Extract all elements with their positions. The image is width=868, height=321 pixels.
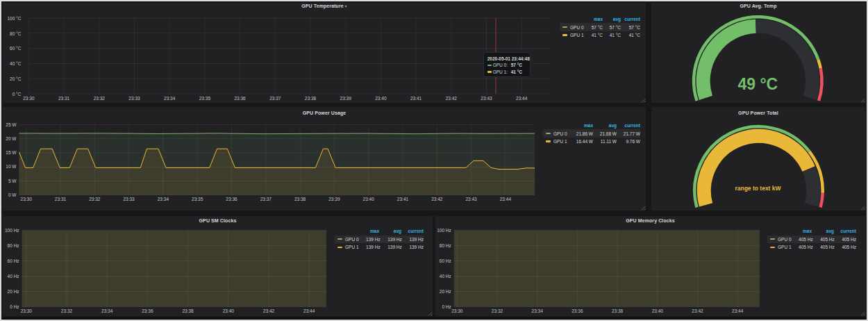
svg-text:23:32: 23:32 (61, 308, 73, 313)
svg-text:23:42: 23:42 (446, 96, 458, 101)
svg-text:40 °C: 40 °C (10, 61, 22, 66)
svg-text:100 Hz: 100 Hz (5, 227, 19, 232)
svg-text:0 °C: 0 °C (12, 92, 22, 97)
svg-text:49 °C: 49 °C (737, 75, 778, 93)
svg-text:23:42: 23:42 (692, 308, 703, 313)
svg-text:23:40: 23:40 (363, 197, 375, 201)
svg-text:23:39: 23:39 (340, 96, 352, 101)
svg-text:23:33: 23:33 (128, 96, 140, 101)
svg-text:20 W: 20 W (6, 135, 17, 140)
svg-text:23:37: 23:37 (260, 197, 272, 201)
svg-text:23:44: 23:44 (516, 96, 528, 101)
svg-text:40 Hz: 40 Hz (8, 273, 19, 278)
svg-text:23:38: 23:38 (612, 308, 624, 313)
svg-text:100 Hz: 100 Hz (437, 227, 451, 232)
svg-text:23:32: 23:32 (89, 197, 101, 201)
svg-text:23:40: 23:40 (223, 308, 235, 313)
svg-text:0 W: 0 W (8, 192, 17, 197)
svg-text:23:30: 23:30 (21, 197, 33, 201)
svg-text:23:38: 23:38 (305, 96, 317, 101)
svg-text:23:40: 23:40 (375, 96, 387, 101)
svg-text:23:36: 23:36 (226, 197, 237, 201)
svg-text:23:34: 23:34 (164, 96, 176, 101)
svg-text:23:34: 23:34 (532, 308, 544, 313)
svg-text:23:39: 23:39 (328, 197, 340, 201)
svg-text:20 °C: 20 °C (10, 76, 22, 81)
svg-text:80 Hz: 80 Hz (440, 242, 451, 247)
svg-text:23:34: 23:34 (158, 197, 169, 201)
svg-text:0 Hz: 0 Hz (442, 304, 451, 308)
svg-text:23:44: 23:44 (732, 308, 744, 313)
svg-text:5 W: 5 W (8, 178, 17, 183)
svg-text:23:41: 23:41 (410, 96, 422, 101)
svg-text:80 °C: 80 °C (10, 31, 22, 36)
svg-text:100 °C: 100 °C (7, 16, 21, 21)
svg-text:23:30: 23:30 (21, 308, 33, 313)
svg-text:23:32: 23:32 (94, 96, 106, 101)
svg-text:23:37: 23:37 (269, 96, 281, 101)
svg-text:23:34: 23:34 (101, 308, 113, 313)
svg-text:23:42: 23:42 (263, 308, 275, 313)
svg-text:60 Hz: 60 Hz (8, 258, 19, 263)
svg-text:20 Hz: 20 Hz (440, 288, 451, 293)
svg-text:23:41: 23:41 (397, 197, 409, 201)
svg-text:23:42: 23:42 (431, 197, 443, 201)
svg-text:25 W: 25 W (6, 122, 17, 126)
svg-text:23:31: 23:31 (55, 197, 67, 201)
svg-text:23:35: 23:35 (192, 197, 203, 201)
svg-text:40 Hz: 40 Hz (440, 273, 451, 278)
svg-text:23:40: 23:40 (652, 308, 664, 313)
svg-text:0 Hz: 0 Hz (10, 304, 19, 308)
svg-text:23:32: 23:32 (492, 308, 503, 313)
svg-text:23:36: 23:36 (142, 308, 153, 313)
svg-text:23:36: 23:36 (234, 96, 246, 101)
svg-text:80 Hz: 80 Hz (8, 242, 19, 247)
svg-text:range to text kW: range to text kW (735, 184, 781, 191)
svg-text:20 Hz: 20 Hz (8, 288, 19, 293)
svg-text:23:38: 23:38 (182, 308, 194, 313)
svg-text:23:44: 23:44 (500, 197, 512, 201)
svg-text:60 Hz: 60 Hz (440, 258, 451, 263)
svg-text:23:33: 23:33 (123, 197, 135, 201)
svg-text:23:44: 23:44 (303, 308, 315, 313)
svg-text:23:43: 23:43 (481, 96, 492, 101)
svg-text:23:36: 23:36 (571, 308, 583, 313)
svg-text:15 W: 15 W (6, 150, 17, 155)
svg-text:10 W: 10 W (6, 164, 17, 169)
svg-text:23:31: 23:31 (58, 96, 70, 101)
svg-text:60 °C: 60 °C (10, 46, 22, 51)
svg-text:23:35: 23:35 (199, 96, 211, 101)
svg-text:23:43: 23:43 (465, 197, 477, 201)
svg-text:23:38: 23:38 (294, 197, 306, 201)
svg-text:23:30: 23:30 (23, 96, 35, 101)
svg-text:23:30: 23:30 (451, 308, 463, 313)
